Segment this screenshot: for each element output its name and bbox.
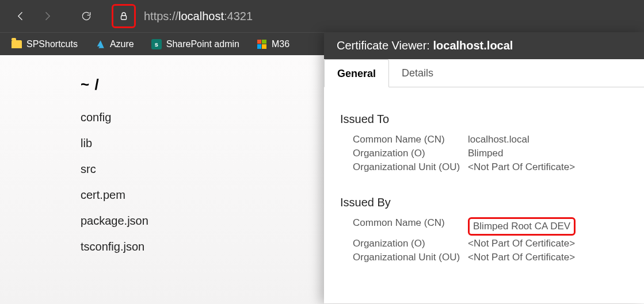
url-port: :4321 <box>224 10 253 23</box>
cert-field-row: Organization (O) <Not Part Of Certificat… <box>340 238 628 249</box>
url-text: https:// localhost :4321 <box>144 10 253 23</box>
issued-to-heading: Issued To <box>340 113 628 126</box>
field-value: Blimped <box>468 148 503 159</box>
field-label: Common Name (CN) <box>340 217 468 236</box>
cert-field-row: Common Name (CN) localhost.local <box>340 134 628 145</box>
field-label: Organizational Unit (OU) <box>340 252 468 263</box>
cert-title-subject: localhost.local <box>433 39 513 52</box>
dir-entry[interactable]: lib <box>81 137 148 150</box>
field-value: <Not Part Of Certificate> <box>468 252 575 263</box>
field-label: Organization (O) <box>340 148 468 159</box>
bookmark-label: SharePoint admin <box>166 39 239 49</box>
certificate-viewer-title: Certificate Viewer: localhost.local <box>324 32 644 59</box>
cert-tabs: General Details <box>324 59 644 87</box>
svg-rect-0 <box>121 16 127 20</box>
field-value: localhost.local <box>468 134 529 145</box>
dir-entry[interactable]: package.json <box>81 214 148 228</box>
dir-entry[interactable]: cert.pem <box>81 188 148 202</box>
bookmark-m365[interactable]: M36 <box>252 37 294 52</box>
cert-field-row: Common Name (CN) Blimped Root CA DEV <box>340 217 628 236</box>
lock-icon <box>119 11 129 21</box>
bookmark-azure[interactable]: Azure <box>90 37 139 52</box>
cert-field-row: Organizational Unit (OU) <Not Part Of Ce… <box>340 161 628 173</box>
url-host: localhost <box>178 10 224 23</box>
highlighted-value: Blimped Root CA DEV <box>468 217 576 236</box>
field-value: <Not Part Of Certificate> <box>468 238 575 249</box>
bookmark-label: Azure <box>110 39 134 49</box>
field-label: Common Name (CN) <box>340 134 468 145</box>
back-button[interactable] <box>9 5 32 28</box>
field-value: <Not Part Of Certificate> <box>468 161 575 173</box>
refresh-button[interactable] <box>75 5 98 28</box>
azure-icon <box>95 39 105 49</box>
bookmark-label: SPShortcuts <box>26 39 78 49</box>
field-label: Organizational Unit (OU) <box>340 161 468 173</box>
folder-icon <box>12 40 22 48</box>
directory-listing: ~ / config lib src cert.pem package.json… <box>81 76 148 266</box>
field-value: Blimped Root CA DEV <box>468 217 576 236</box>
tab-details[interactable]: Details <box>389 59 446 87</box>
address-bar[interactable]: https:// localhost :4321 <box>112 5 644 28</box>
sharepoint-icon: s <box>151 39 162 49</box>
field-label: Organization (O) <box>340 238 468 249</box>
cert-field-row: Organizational Unit (OU) <Not Part Of Ce… <box>340 252 628 263</box>
bookmark-sharepoint-admin[interactable]: s SharePoint admin <box>147 37 244 52</box>
dir-entry[interactable]: config <box>81 111 148 124</box>
certificate-viewer: Certificate Viewer: localhost.local Gene… <box>324 32 644 303</box>
forward-button[interactable] <box>36 5 59 28</box>
dir-entry[interactable]: tsconfig.json <box>81 240 148 253</box>
cert-field-row: Organization (O) Blimped <box>340 148 628 159</box>
site-security-button[interactable] <box>112 4 136 28</box>
dir-entry[interactable]: src <box>81 163 148 176</box>
bookmark-label: M36 <box>272 39 289 49</box>
url-scheme: https:// <box>144 10 178 23</box>
directory-heading: ~ / <box>81 76 148 94</box>
microsoft-icon <box>257 40 266 49</box>
issued-by-heading: Issued By <box>340 196 628 209</box>
browser-toolbar: https:// localhost :4321 <box>0 0 644 32</box>
cert-title-prefix: Certificate Viewer: <box>337 39 433 52</box>
bookmark-spshortcuts[interactable]: SPShortcuts <box>7 37 82 52</box>
tab-general[interactable]: General <box>324 59 389 87</box>
